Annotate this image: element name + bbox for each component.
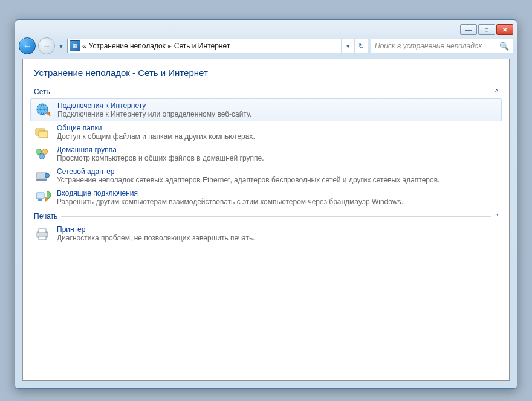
item-title: Домашняя группа <box>57 146 264 154</box>
refresh-button[interactable]: ↻ <box>354 39 368 53</box>
search-placeholder: Поиск в устранение неполадок <box>375 42 499 50</box>
svg-point-3 <box>36 149 42 155</box>
troubleshooter-item[interactable]: Подключения к Интернету Подключение к Ин… <box>30 98 502 121</box>
search-icon[interactable]: 🔍 <box>499 42 509 51</box>
svg-rect-8 <box>36 179 47 181</box>
history-dropdown-icon[interactable]: ▾ <box>57 37 65 54</box>
back-button[interactable]: ← <box>19 37 36 54</box>
item-title: Общие папки <box>57 124 255 132</box>
page-title: Устранение неполадок - Сеть и Интернет <box>34 68 498 78</box>
svg-rect-12 <box>39 229 46 233</box>
folders-icon <box>34 124 51 141</box>
adapter-icon <box>34 167 51 184</box>
address-dropdown-icon[interactable]: ▾ <box>341 39 354 53</box>
svg-rect-13 <box>39 236 46 240</box>
close-button[interactable]: ✕ <box>496 24 513 35</box>
troubleshooter-item[interactable]: Входящие подключения Разрешить другим ко… <box>30 187 502 208</box>
svg-point-5 <box>39 154 45 159</box>
item-description: Диагностика проблем, не позволяющих заве… <box>57 234 255 242</box>
address-bar[interactable]: ⊞ « Устранение неполадок ▸ Сеть и Интерн… <box>67 39 368 53</box>
homegroup-icon <box>34 146 51 162</box>
svg-rect-10 <box>38 199 42 200</box>
item-title: Сетевой адаптер <box>57 167 440 176</box>
item-description: Просмотр компьютеров и общих файлов в до… <box>57 154 264 162</box>
navigation-bar: ← → ▾ ⊞ « Устранение неполадок ▸ Сеть и … <box>19 37 513 55</box>
item-description: Устранение неполадок сетевых адаптеров E… <box>57 176 440 184</box>
window-frame: — □ ✕ ← → ▾ ⊞ « Устранение неполадок ▸ С… <box>15 19 517 389</box>
item-description: Доступ к общим файлам и папкам на других… <box>57 132 255 141</box>
item-description: Подключение к Интернету или определенном… <box>57 110 251 118</box>
svg-point-7 <box>45 173 50 178</box>
section-header[interactable]: Печать ^ <box>34 212 498 220</box>
window-titlebar: — □ ✕ <box>19 24 513 37</box>
incoming-icon <box>34 189 51 206</box>
item-description: Разрешить другим компьютерам взаимодейст… <box>57 197 403 206</box>
section-label: Сеть <box>34 88 50 96</box>
globe-icon <box>34 101 51 118</box>
maximize-button[interactable]: □ <box>478 24 495 35</box>
troubleshooter-item[interactable]: Общие папки Доступ к общим файлам и папк… <box>30 121 502 143</box>
section-divider <box>54 92 492 92</box>
section-label: Печать <box>34 212 57 220</box>
section-header[interactable]: Сеть ^ <box>34 88 498 96</box>
chevron-up-icon[interactable]: ^ <box>495 89 498 95</box>
svg-point-4 <box>42 149 48 155</box>
chevron-up-icon[interactable]: ^ <box>495 213 498 220</box>
printer-icon <box>34 225 51 242</box>
search-input[interactable]: Поиск в устранение неполадок 🔍 <box>371 39 513 53</box>
breadcrumb-part-1[interactable]: Устранение неполадок <box>86 42 166 50</box>
svg-rect-9 <box>36 193 44 199</box>
section-divider <box>61 216 491 217</box>
breadcrumb-prefix: « <box>82 42 86 50</box>
item-title: Входящие подключения <box>57 189 403 197</box>
content-pane: Устранение неполадок - Сеть и Интернет С… <box>22 59 510 381</box>
troubleshooter-item[interactable]: Домашняя группа Просмотр компьютеров и о… <box>30 143 502 165</box>
item-title: Принтер <box>57 225 255 234</box>
troubleshooter-item[interactable]: Сетевой адаптер Устранение неполадок сет… <box>30 165 502 187</box>
troubleshooter-item[interactable]: Принтер Диагностика проблем, не позволяю… <box>30 223 502 245</box>
breadcrumb-separator-icon[interactable]: ▸ <box>166 42 174 50</box>
minimize-button[interactable]: — <box>460 24 477 35</box>
breadcrumb-part-2[interactable]: Сеть и Интернет <box>174 42 230 50</box>
forward-button[interactable]: → <box>38 37 55 54</box>
svg-rect-2 <box>39 131 48 138</box>
item-title: Подключения к Интернету <box>57 101 251 110</box>
location-icon: ⊞ <box>70 40 80 51</box>
